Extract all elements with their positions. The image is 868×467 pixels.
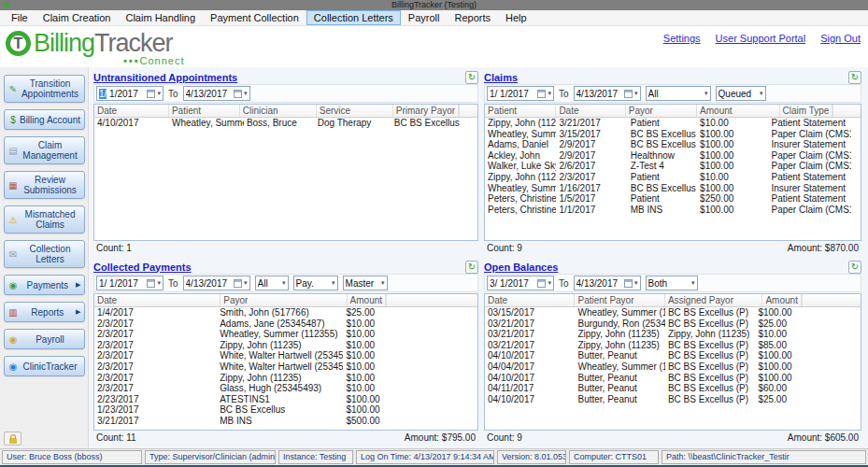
- filter-dropdown[interactable]: Master ▾: [343, 276, 388, 290]
- table-row[interactable]: 4/10/2017Wheatley, Summer (112...Boss, B…: [94, 118, 477, 129]
- menu-item[interactable]: File: [4, 10, 36, 25]
- menu-item[interactable]: Payment Collection: [203, 10, 306, 25]
- table-row[interactable]: 2/3/2017Glass, Hugh (25345493)$10.00: [94, 383, 477, 394]
- sidebar-button[interactable]: ◉ ClinicTracker: [4, 356, 85, 376]
- table-row[interactable]: 03/21/2017Zippy, John (11235)Zippy, John…: [485, 329, 861, 340]
- date-to-input[interactable]: 4/13/2017 ▾: [183, 86, 250, 101]
- table-row[interactable]: 03/21/2017Zippy, John (11235)BC BS Excel…: [485, 340, 861, 351]
- table-row[interactable]: 03/15/2017Wheatley, Summer (112355)BC BS…: [485, 307, 861, 318]
- column-header[interactable]: Primary Payor: [393, 105, 459, 117]
- chevron-down-icon: ▾: [157, 90, 161, 97]
- date-to-input[interactable]: 4/13/2017 ▾: [574, 276, 641, 290]
- sidebar-button[interactable]: ◉ Payments ▶: [4, 275, 85, 295]
- date-to-input[interactable]: 4/13/2017 ▾: [574, 86, 641, 101]
- table-row[interactable]: Walker, Luke Sky (2534...2/6/2017Z-Test …: [485, 161, 861, 172]
- sidebar-button[interactable]: ✎ Transition Appointments: [4, 75, 85, 103]
- column-header[interactable]: Service: [317, 105, 393, 117]
- menu-item[interactable]: Claim Creation: [36, 10, 119, 25]
- date-from-input[interactable]: 1/ 1/2017 ▾: [96, 276, 164, 290]
- sidebar-button[interactable]: $ Billing Account: [4, 109, 85, 130]
- sidebar-button[interactable]: ▤ Claim Management: [4, 136, 85, 164]
- sidebar-button[interactable]: ▥ Reports ▶: [4, 302, 85, 322]
- column-header[interactable]: Clinician: [240, 105, 317, 117]
- table-row[interactable]: 2/3/2017White, Walter Hartwell (25345479…: [94, 361, 477, 373]
- chevron-down-icon: ▾: [634, 279, 638, 287]
- column-header[interactable]: Date: [556, 105, 625, 117]
- table-row[interactable]: 04/11/2017Butter, PeanutBC BS Excellus (…: [485, 383, 861, 394]
- refresh-icon[interactable]: ↻: [848, 71, 861, 84]
- appointments-title-link[interactable]: Untransitioned Appointments: [93, 72, 237, 83]
- table-row[interactable]: 04/04/2017Wheatley, Summer (112355)BC BS…: [485, 361, 861, 373]
- filter-dropdown[interactable]: Pay. ▾: [293, 276, 338, 290]
- filter-dropdown[interactable]: All ▾: [255, 276, 289, 290]
- column-header[interactable]: Amount: [762, 294, 801, 306]
- count-label: Count: 1: [96, 243, 132, 255]
- filter-dropdown[interactable]: Queued ▾: [716, 86, 766, 101]
- payments-title-link[interactable]: Collected Payments: [93, 262, 192, 273]
- table-row[interactable]: Peters, Christine a (2534...1/1/2017MB I…: [485, 205, 861, 216]
- balances-title-link[interactable]: Open Balances: [484, 262, 558, 273]
- column-header[interactable]: Date: [94, 294, 221, 306]
- claims-title-link[interactable]: Claims: [484, 72, 518, 83]
- table-row[interactable]: Zippy, John (11235)2/3/2017Patient$10.00…: [485, 172, 861, 183]
- sidebar-button[interactable]: ⚠ Mismatched Claims: [4, 205, 85, 234]
- column-header[interactable]: Amount: [348, 294, 386, 306]
- table-row[interactable]: Peters, Christine a (2534...1/5/2017Pati…: [485, 193, 861, 205]
- column-header[interactable]: Payor: [626, 105, 697, 117]
- menu-item[interactable]: Collection Letters: [306, 10, 401, 25]
- sidebar-button[interactable]: ◉ Payroll: [4, 329, 85, 349]
- filter-dropdown[interactable]: All ▾: [646, 86, 711, 101]
- table-row[interactable]: 1/4/2017Smith, John (517766)$25.00: [94, 307, 477, 318]
- table-row[interactable]: Ackley, John2/9/2017Healthnow$100.00Pape…: [485, 150, 861, 162]
- column-header[interactable]: Assigned Payor: [665, 294, 763, 306]
- date-from-input[interactable]: 3/ 1/2017 ▾: [487, 276, 554, 290]
- table-row[interactable]: Zippy, John (11235)3/21/2017Patient$10.0…: [485, 118, 861, 129]
- date-from-input[interactable]: 1/ 1/2017 ▾: [487, 86, 554, 101]
- table-row[interactable]: 04/10/2017Butter, PeanutBC BS Excellus (…: [485, 373, 861, 384]
- column-header[interactable]: Date: [94, 105, 169, 117]
- sidebar-button[interactable]: ✉ Collection Letters: [4, 240, 85, 268]
- table-row[interactable]: 2/3/2017White, Walter Hartwell (25345479…: [94, 350, 477, 361]
- menu-item[interactable]: Claim Handling: [118, 10, 203, 25]
- date-from-input[interactable]: 1/ 1/2017 ▾: [96, 86, 164, 101]
- column-header[interactable]: Date: [485, 294, 575, 306]
- table-row[interactable]: 2/3/2017Zippy, John (11235)$10.00: [94, 340, 477, 351]
- column-header[interactable]: Patient Payor: [575, 294, 664, 306]
- table-row[interactable]: 2/3/2017Zippy, John (11235)$10.00: [94, 373, 477, 384]
- chevron-down-icon: ▾: [244, 279, 248, 287]
- column-header[interactable]: Patient: [485, 105, 556, 117]
- table-row[interactable]: Wheatley, Summer (112...1/16/2017BC BS E…: [485, 183, 861, 194]
- date-to-input[interactable]: 4/13/2017 ▾: [183, 276, 250, 290]
- sidebar-button-label: Payroll: [20, 333, 81, 346]
- header-link[interactable]: Settings: [663, 33, 701, 44]
- column-header[interactable]: Amount: [697, 105, 779, 117]
- menu-item[interactable]: Reports: [447, 10, 498, 25]
- header-link[interactable]: User Support Portal: [716, 33, 806, 44]
- table-row[interactable]: Adams, Daniel2/9/2017BC BS Excellus$100.…: [485, 139, 861, 150]
- table-row[interactable]: 1/23/2017BC BS Excellus$100.00: [94, 404, 477, 416]
- table-row[interactable]: 3/21/2017MB INS$500.00: [94, 416, 477, 427]
- table-row[interactable]: Wheatley, Summer (112...3/15/2017BC BS E…: [485, 129, 861, 140]
- table-row[interactable]: 03/21/2017Burgundy, Ron (253454908)BC BS…: [485, 318, 861, 330]
- header-link[interactable]: Sign Out: [820, 33, 861, 44]
- refresh-icon[interactable]: ↻: [848, 261, 861, 274]
- table-row[interactable]: 2/3/2017Adams, Jane (25345487)$10.00: [94, 318, 477, 330]
- refresh-icon[interactable]: ↻: [465, 71, 478, 84]
- filter-dropdown[interactable]: Both ▾: [646, 276, 698, 290]
- lock-button[interactable]: [4, 432, 21, 446]
- menu-item[interactable]: Payroll: [401, 10, 448, 25]
- appointments-filterbar: 1/ 1/2017 ▾ To 4/13/2017 ▾: [93, 84, 478, 103]
- transition-appointments-icon: ✎: [7, 84, 20, 94]
- table-row[interactable]: 2/23/2017ATESTINS1$100.00: [94, 394, 477, 405]
- chevron-down-icon: ▾: [691, 279, 695, 287]
- refresh-icon[interactable]: ↻: [465, 261, 478, 274]
- column-header[interactable]: Patient: [169, 105, 240, 117]
- table-row[interactable]: 04/10/2017Butter, PeanutBC BS Excellus (…: [485, 394, 861, 405]
- menu-item[interactable]: Help: [498, 10, 534, 25]
- table-row[interactable]: 04/10/2017Butter, PeanutBC BS Excellus (…: [485, 350, 861, 361]
- table-row[interactable]: 2/3/2017Wheatley, Summer (112355)$10.00: [94, 329, 477, 340]
- column-header[interactable]: Payor: [221, 294, 347, 306]
- sidebar-button[interactable]: ▦ Review Submissions: [4, 171, 85, 199]
- column-header[interactable]: Claim Type: [780, 105, 833, 117]
- panel-open-balances: Open Balances ↻ 3/ 1/2017 ▾ To 4/13/2017…: [484, 260, 861, 445]
